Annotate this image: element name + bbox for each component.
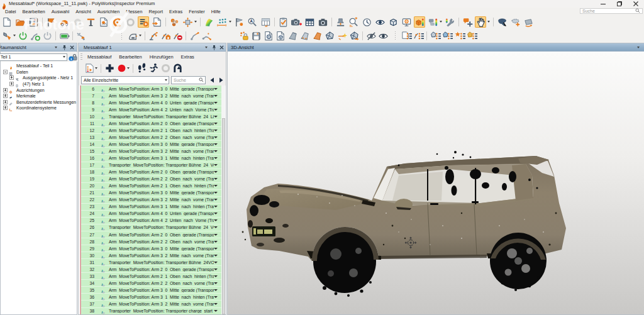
step-dropdown-icon[interactable] (214, 268, 218, 270)
macro-step-row[interactable]: 15 A Arm_MoveToPosition: Arm 3_2_Mitte_n… (81, 148, 222, 155)
toolbar-button-lassoplus[interactable] (509, 16, 521, 28)
step-dropdown-icon[interactable] (214, 178, 218, 180)
step-dropdown-icon[interactable] (214, 116, 218, 118)
toolbar-button-doclist[interactable] (401, 30, 412, 41)
toolbar-button-powergray[interactable] (42, 30, 53, 41)
toolbar-button-orangec[interactable] (111, 16, 123, 28)
toolbar-button-sheetorange[interactable] (312, 30, 323, 41)
tree-view-panel-header[interactable]: Raumansicht (1, 43, 77, 52)
toolbar-button-flag[interactable] (45, 16, 57, 28)
step-dropdown-icon[interactable] (214, 123, 218, 124)
macro-step-row[interactable]: 36 A Arm_MoveToPosition: Arm 3_1_Mitte_n… (81, 294, 222, 301)
tree-expander-plus[interactable] (3, 94, 8, 98)
toolbar-button-gemlist[interactable] (430, 30, 441, 41)
toolbar-button-sheetflip[interactable] (523, 16, 534, 28)
tree-item[interactable]: Merkmale (1, 93, 77, 99)
viewport-panel-header[interactable]: 3D-Ansicht (228, 43, 644, 52)
toolbar-button-sheetpair2[interactable] (300, 30, 311, 41)
dropdown-arrow-icon[interactable] (127, 67, 130, 69)
toolbar-button-rainbow[interactable] (203, 16, 214, 28)
step-dropdown-icon[interactable] (214, 95, 218, 97)
macro-step-row[interactable]: 18 A Arm_MoveToPosition: Arm 2_0_Oben_ge… (81, 169, 222, 176)
panel-close-icon[interactable] (218, 45, 225, 50)
close-button[interactable] (629, 1, 643, 7)
step-dropdown-icon[interactable] (214, 282, 218, 284)
toolbar-button-arrowstar[interactable] (336, 30, 348, 41)
macro-step-row[interactable]: 10 A Transporter_MoveToPosition: Transpo… (81, 113, 222, 120)
lock-info-icon[interactable]: i (69, 53, 77, 61)
step-dropdown-icon[interactable] (214, 157, 218, 159)
sequence-menu-3[interactable]: Extras (177, 54, 198, 60)
step-dropdown-icon[interactable] (214, 226, 218, 228)
toolbar-button-armstop[interactable] (172, 30, 184, 41)
toolbar-button-docbox[interactable] (275, 30, 287, 41)
global-search-box[interactable]: Suche (580, 8, 643, 14)
toolbar-button-armgreen[interactable] (30, 30, 41, 41)
macro-step-row[interactable]: 11 A Arm_MoveToPosition: Arm 2_0_Oben_ge… (81, 120, 222, 127)
macro-step-row[interactable]: 30 A Arm_MoveToPosition: Arm 3_2_Mitte_n… (81, 252, 222, 259)
menu-bearbeiten[interactable]: Bearbeiten (19, 9, 48, 14)
menu-messen[interactable]: Messen (123, 9, 145, 14)
toolbar-button-lasso[interactable] (496, 16, 508, 28)
tree-item[interactable]: Ausrichtungen (1, 87, 77, 93)
toolbar-button-armgray2[interactable] (201, 30, 213, 41)
toolbar-button-docgear[interactable] (263, 30, 274, 41)
menu-datei[interactable]: Datei (2, 9, 19, 14)
macro-step-row[interactable]: 22 A Arm_MoveToPosition: Arm 3_2_Mitte_n… (81, 197, 222, 204)
step-dropdown-icon[interactable] (214, 310, 218, 312)
toolbar-button-docimg[interactable] (98, 16, 109, 28)
menu-fenster[interactable]: Fenster (186, 9, 208, 14)
scrollbar-thumb[interactable] (222, 118, 225, 314)
menu-ausrichten[interactable]: Ausrichten (94, 9, 123, 14)
toolbar-button-clipcheck[interactable] (277, 16, 289, 28)
toolbar-button-armhome[interactable] (160, 30, 171, 41)
step-dropdown-icon[interactable] (214, 171, 218, 173)
toolbar-button-ringgray2[interactable] (160, 62, 171, 74)
menu-report[interactable]: Report (145, 9, 166, 14)
toolbar-button-molecule[interactable] (169, 16, 180, 28)
sequence-menu-2[interactable]: Hinzufügen (146, 54, 177, 60)
minimize-button[interactable] (596, 1, 610, 7)
toolbar-button-armlist[interactable] (413, 30, 425, 41)
step-dropdown-icon[interactable] (214, 275, 218, 277)
macro-step-row[interactable]: 29 A Arm_MoveToPosition: Arm 3_0_Mitte_g… (81, 245, 222, 252)
macro-step-row[interactable]: 16 A Arm_MoveToPosition: Arm 3_1_Mitte_n… (81, 155, 222, 162)
step-dropdown-icon[interactable] (214, 102, 218, 104)
macro-step-row[interactable]: 27 A Arm_MoveToPosition: Arm 2_0_Oben_ge… (81, 231, 222, 238)
toolbar-button-tsquare[interactable] (85, 16, 96, 28)
macro-step-row[interactable]: 26 A Transporter_MoveToPosition: Transpo… (81, 224, 222, 231)
menu-auswahl[interactable]: Auswahl (48, 9, 72, 14)
toolbar-button-clamp[interactable] (75, 30, 87, 41)
toolbar-button-uturn[interactable] (172, 62, 183, 74)
toolbar-button-tablecalc[interactable] (260, 16, 271, 28)
toolbar-button-gemlist2[interactable] (442, 30, 453, 41)
dropdown-arrow-icon[interactable] (95, 67, 97, 69)
macro-step-row[interactable]: 21 A Arm_MoveToPosition: Arm 3_0_Mitte_g… (81, 190, 222, 197)
toolbar-button-footprints[interactable] (136, 62, 147, 74)
macro-step-row[interactable]: 37 A Arm_MoveToPosition: Arm 3_2_Mitte_n… (81, 301, 222, 307)
macro-step-row[interactable]: 25 A Arm_MoveToPosition: Arm 4_2_Unten_n… (81, 218, 222, 224)
step-search-box[interactable]: Suche (171, 76, 206, 84)
toolbar-button-scanner[interactable] (1, 30, 13, 41)
step-dropdown-icon[interactable] (214, 219, 218, 221)
macro-step-row[interactable]: 23 A Arm_MoveToPosition: Arm 3_1_Mitte_n… (81, 204, 222, 211)
sequence-menu-0[interactable]: Messablauf (84, 54, 115, 60)
step-dropdown-icon[interactable] (214, 150, 218, 152)
macro-step-row[interactable]: 17 A Transporter_MoveToPosition: Transpo… (81, 162, 222, 169)
toolbar-button-monitorgear[interactable] (401, 16, 412, 28)
prev-step-button[interactable] (208, 76, 216, 84)
macro-step-row[interactable]: 38 A Transporter_MoveToPosition: Transpo… (81, 308, 222, 315)
toolbar-button-docnew[interactable] (1, 16, 13, 28)
toolbar-button-armtripod[interactable] (148, 30, 159, 41)
toolbar-button-ghost[interactable] (72, 16, 83, 28)
step-dropdown-icon[interactable] (214, 296, 218, 298)
macro-step-row[interactable]: 6 A Arm_MoveToPosition: Arm 3_0_Mitte_ge… (81, 86, 222, 92)
macro-step-row[interactable]: 33 A Arm_MoveToPosition: Arm 2_1_Oben_na… (81, 273, 222, 280)
tree-expander-plus[interactable] (3, 88, 8, 92)
step-dropdown-icon[interactable] (214, 289, 218, 291)
toolbar-button-armgray[interactable] (189, 30, 200, 41)
step-dropdown-icon[interactable] (214, 136, 218, 138)
step-dropdown-icon[interactable] (214, 262, 218, 263)
toolbar-button-ringgray[interactable] (125, 16, 136, 28)
toolbar-button-plusbig[interactable] (104, 62, 115, 74)
